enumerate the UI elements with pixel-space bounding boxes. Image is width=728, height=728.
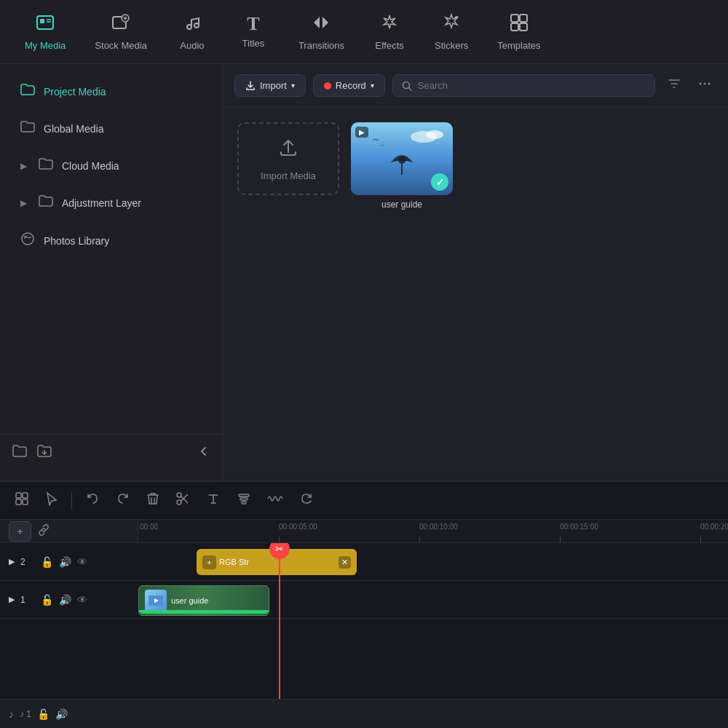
adjustment-layer-label: Adjustment Layer xyxy=(62,197,141,209)
record-label: Record xyxy=(336,80,366,91)
lock-audio-track[interactable]: 🔓 xyxy=(37,708,50,720)
clip-video-label: user guide xyxy=(171,596,208,605)
photos-icon xyxy=(20,232,35,250)
nav-item-stickers[interactable]: Stickers xyxy=(422,7,481,57)
sidebar-item-cloud-media[interactable]: ▶ Cloud Media xyxy=(6,149,216,183)
sidebar-item-global-media[interactable]: Global Media xyxy=(6,111,216,146)
visibility-track-2[interactable]: 👁 xyxy=(77,556,87,568)
project-media-label: Project Media xyxy=(44,86,106,98)
stock-media-icon xyxy=(111,12,131,36)
search-box[interactable] xyxy=(392,74,655,97)
audio-track-1[interactable]: 🔊 xyxy=(59,594,71,606)
play-icon-1: ▶ xyxy=(9,595,15,604)
ruler-mark-2: 00:00:10:00 xyxy=(419,523,458,531)
ruler-mark-1: 00:00:05:00 xyxy=(279,523,317,531)
lock-track-1[interactable]: 🔓 xyxy=(41,594,53,606)
toolbar-separator xyxy=(71,492,72,510)
media-item-name: user guide xyxy=(381,199,422,210)
svg-rect-10 xyxy=(520,15,527,22)
track-row-2: ＋ RGB Str ✕ xyxy=(138,543,728,581)
svg-rect-31 xyxy=(240,498,248,500)
tracks-canvas: ✂ ＋ RGB Str ✕ xyxy=(138,543,728,699)
media-card-user-guide[interactable]: ▶ ✓ user guide xyxy=(351,122,453,210)
folder-icon-adjustment xyxy=(39,194,53,211)
clip-user-guide[interactable]: user guide xyxy=(138,585,269,616)
undo-button[interactable] xyxy=(82,488,103,513)
expand-cloud-icon: ▶ xyxy=(20,161,27,171)
ruler-tick xyxy=(419,537,420,542)
ruler-mark-4: 00:00:20:00 xyxy=(700,523,728,531)
content-toolbar: Import ▾ Record ▾ xyxy=(223,64,728,108)
search-input[interactable] xyxy=(418,80,646,91)
nav-label-effects: Effects xyxy=(375,40,404,51)
import-button[interactable]: Import ▾ xyxy=(234,74,306,97)
nav-item-audio[interactable]: Audio xyxy=(163,7,221,57)
new-folder-button[interactable] xyxy=(12,443,28,463)
main-area: Project Media Global Media ▶ Cloud Media… xyxy=(0,64,728,480)
import-label: Import xyxy=(260,80,287,91)
lock-track-2[interactable]: 🔓 xyxy=(41,556,53,568)
nav-item-templates[interactable]: Templates xyxy=(484,7,553,57)
svg-rect-26 xyxy=(16,499,21,505)
svg-point-18 xyxy=(708,83,711,85)
rotate-button[interactable] xyxy=(296,488,317,513)
folder-icon-global xyxy=(20,120,35,137)
filter-timeline-button[interactable] xyxy=(234,488,254,513)
scissors-button[interactable] xyxy=(173,488,193,513)
timeline-toolbar xyxy=(0,482,728,520)
grid-view-button[interactable] xyxy=(12,488,32,513)
nav-label-stock-media: Stock Media xyxy=(95,40,147,51)
record-dropdown-arrow: ▾ xyxy=(371,82,374,90)
redo-button[interactable] xyxy=(113,488,133,513)
clip-label: RGB Str xyxy=(219,558,249,566)
audio-track-2[interactable]: 🔊 xyxy=(59,556,71,568)
nav-item-titles[interactable]: T Titles xyxy=(224,9,282,55)
svg-rect-32 xyxy=(242,502,246,504)
photos-library-label: Photos Library xyxy=(44,235,109,247)
audio-waveform xyxy=(139,610,269,614)
volume-audio-track[interactable]: 🔊 xyxy=(55,708,68,720)
nav-item-transitions[interactable]: Transitions xyxy=(285,7,357,57)
track-area: ▶ 2 🔓 🔊 👁 ▶ 1 🔓 🔊 👁 xyxy=(0,543,728,699)
visibility-track-1[interactable]: 👁 xyxy=(77,594,87,606)
audio-track-number: ♪ 1 xyxy=(20,709,31,719)
timeline-body: ＋ 00:00 00:00:05:00 00:00:10:00 00:00:15… xyxy=(0,520,728,728)
clip-left-icon: ＋ xyxy=(202,555,216,569)
svg-rect-11 xyxy=(511,23,518,31)
svg-rect-12 xyxy=(520,23,527,31)
delete-button[interactable] xyxy=(143,488,162,513)
effects-icon xyxy=(379,12,400,36)
text-button[interactable] xyxy=(203,488,223,513)
transitions-icon xyxy=(311,12,331,36)
folder-icon xyxy=(20,83,35,100)
filter-button[interactable] xyxy=(662,72,686,99)
sidebar-item-adjustment-layer[interactable]: ▶ Adjustment Layer xyxy=(6,186,216,220)
ruler-tick xyxy=(279,537,280,542)
nav-item-stock-media[interactable]: Stock Media xyxy=(82,7,160,57)
svg-rect-1 xyxy=(40,19,44,23)
record-button[interactable]: Record ▾ xyxy=(313,74,385,97)
svg-rect-25 xyxy=(23,493,28,498)
add-track-button[interactable]: ＋ xyxy=(9,521,31,542)
nav-item-effects[interactable]: Effects xyxy=(360,7,419,57)
link-button[interactable] xyxy=(37,523,50,539)
import-folder-button[interactable] xyxy=(36,443,52,463)
stickers-icon xyxy=(441,12,462,36)
my-media-icon xyxy=(35,12,55,36)
import-media-card[interactable]: Import Media xyxy=(237,122,339,195)
ruler-tick xyxy=(700,537,701,542)
sidebar-item-photos-library[interactable]: Photos Library xyxy=(6,223,216,258)
sidebar: Project Media Global Media ▶ Cloud Media… xyxy=(0,64,223,480)
import-media-label: Import Media xyxy=(261,170,316,181)
import-dropdown-arrow: ▾ xyxy=(291,82,295,90)
audio-wave-button[interactable] xyxy=(264,488,286,513)
record-dot xyxy=(324,82,331,90)
sidebar-collapse-button[interactable] xyxy=(197,443,210,463)
sidebar-item-project-media[interactable]: Project Media xyxy=(6,74,216,108)
cloud-media-label: Cloud Media xyxy=(62,160,119,172)
check-badge: ✓ xyxy=(431,173,448,191)
timeline-section: ＋ 00:00 00:00:05:00 00:00:10:00 00:00:15… xyxy=(0,480,728,728)
nav-item-my-media[interactable]: My Media xyxy=(12,7,79,57)
cursor-button[interactable] xyxy=(42,488,61,513)
more-button[interactable] xyxy=(693,72,716,99)
